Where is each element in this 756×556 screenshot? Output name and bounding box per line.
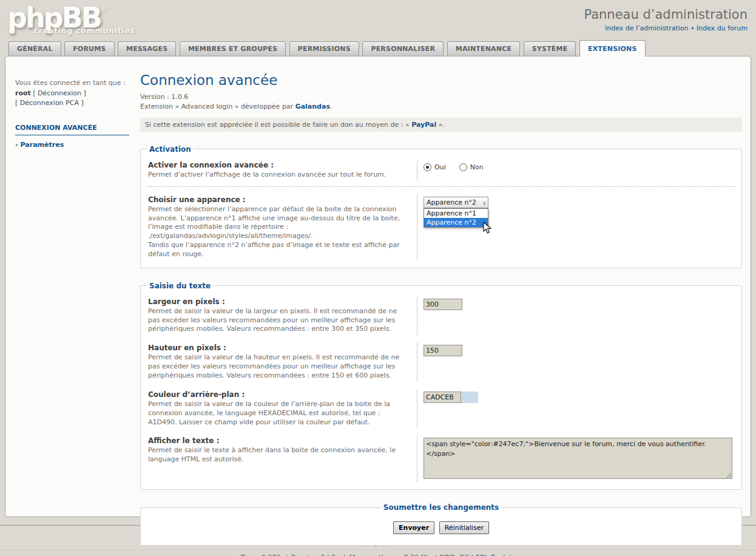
appearance-select-wrap: Apparence n°2 ∨ Apparence n°1 Apparence …: [424, 197, 488, 208]
tab-bar: GÉNÉRAL FORUMS MESSAGES MEMBRES ET GROUP…: [8, 40, 647, 56]
display-text-textarea[interactable]: <span style="color:#247ec7;">Bienvenue s…: [424, 438, 732, 479]
extension-suffix: .: [330, 103, 332, 110]
bgcolor-input[interactable]: [424, 392, 461, 403]
bgcolor-label-block: Couleur d’arrière-plan : Permet de saisi…: [147, 389, 417, 429]
tab-general[interactable]: GÉNÉRAL: [8, 41, 61, 56]
display-text-label-block: Afficher le texte : Permet de saisir le …: [147, 435, 417, 482]
height-controls: [417, 342, 735, 382]
activation-legend: Activation: [147, 145, 194, 154]
link-admin-index[interactable]: Index de l’administration: [605, 24, 688, 32]
bgcolor-controls: [417, 389, 735, 429]
sql-explain-link[interactable]: SQL Explain: [476, 554, 516, 556]
height-desc: Permet de saisir la valeur de la hauteur…: [148, 353, 411, 381]
tab-personnaliser[interactable]: PERSONNALISER: [362, 41, 444, 56]
submit-legend: Soumettre les changements: [381, 503, 501, 512]
version-line: Version : 1.0.6: [140, 92, 742, 102]
appearance-dropdown-list: Apparence n°1 Apparence n°2: [424, 208, 488, 228]
enable-radio-group: Oui Non: [424, 162, 735, 171]
radio-checked-icon[interactable]: [424, 163, 431, 171]
tab-membres-et-groupes[interactable]: MEMBRES ET GROUPES: [180, 41, 286, 56]
tab-extensions[interactable]: EXTENSIONS: [579, 40, 646, 56]
submit-fieldset: Soumettre les changements Envoyer Réinit…: [140, 503, 742, 546]
radio-option-oui[interactable]: Oui: [424, 163, 446, 171]
link-forum-index[interactable]: Index du forum: [697, 24, 748, 32]
donation-prefix: Si cette extension est appréciée il est …: [145, 121, 411, 129]
user-line-2: root [ Déconnexion ]: [15, 89, 129, 99]
content-panel: Vous êtes connecté en tant que : root [ …: [5, 56, 751, 517]
mouse-cursor-icon: [483, 222, 492, 234]
height-label-block: Hauteur en pixels : Permet de saisir la …: [147, 342, 417, 382]
username: root: [15, 89, 31, 97]
radio-unchecked-icon[interactable]: [459, 163, 467, 171]
appearance-select-value: Apparence n°2: [427, 198, 476, 206]
appearance-desc: Permet de sélectionner l’apparence par d…: [148, 205, 411, 259]
phpbb-logo: phpBB® creating communities: [7, 1, 135, 35]
enable-label-block: Activer la connexion avancée : Permet d’…: [147, 160, 417, 181]
radio-oui-label: Oui: [434, 163, 446, 171]
activation-fieldset: Activation Activer la connexion avancée …: [140, 145, 742, 268]
dropdown-option-apparence-1[interactable]: Apparence n°1: [424, 209, 488, 218]
submit-button[interactable]: Envoyer: [393, 521, 434, 534]
logout-pca-link[interactable]: [ Déconnexion PCA ]: [15, 99, 84, 107]
radio-option-non[interactable]: Non: [459, 163, 484, 171]
page-heading: Connexion avancée: [140, 72, 742, 88]
main-content: Connexion avancée Version : 1.0.6 Extens…: [134, 56, 751, 517]
arrow-icon: ›: [15, 141, 18, 149]
height-input[interactable]: [424, 345, 462, 356]
bgcolor-row: Couleur d’arrière-plan : Permet de saisi…: [147, 389, 735, 429]
dropdown-option-apparence-2[interactable]: Apparence n°2: [424, 218, 488, 227]
width-controls: [417, 296, 735, 336]
links-separator: •: [688, 24, 696, 32]
sidebar-item-parametres[interactable]: ›Paramètres: [15, 140, 129, 151]
display-text-controls: <span style="color:#247ec7;">Bienvenue s…: [417, 435, 735, 482]
width-row: Largeur en pixels : Permet de saisir la …: [147, 296, 735, 336]
width-label-block: Largeur en pixels : Permet de saisir la …: [147, 296, 417, 336]
bgcolor-label: Couleur d’arrière-plan :: [148, 390, 411, 399]
text-input-fieldset: Saisie du texte Largeur en pixels : Perm…: [140, 282, 742, 490]
donation-line: Si cette extension est appréciée il est …: [140, 118, 742, 132]
display-text-row: Afficher le texte : Permet de saisir le …: [147, 435, 735, 482]
appearance-label-block: Choisir une apparence : Permet de sélect…: [147, 194, 417, 260]
logged-in-text: Vous êtes connecté en tant que :: [15, 78, 129, 89]
phpbb-admin-page: phpBB® creating communities Panneau d’ad…: [0, 0, 756, 556]
appearance-label: Choisir une apparence :: [148, 195, 411, 204]
appearance-row: Choisir une apparence : Permet de sélect…: [147, 194, 735, 260]
header: phpBB® creating communities Panneau d’ad…: [0, 0, 756, 56]
width-input[interactable]: [424, 299, 462, 310]
tab-messages[interactable]: MESSAGES: [118, 41, 176, 56]
footer-stats-text: Time: 0.273s | Queries: 3 | Peak Memory …: [241, 554, 476, 556]
display-text-label: Afficher le texte :: [148, 436, 411, 445]
phpbb-logo-tagline: creating communities: [34, 27, 135, 35]
reset-button[interactable]: Réinitialiser: [439, 521, 489, 534]
display-text-desc: Permet de saisir le texte à afficher dan…: [148, 446, 411, 464]
donation-suffix: ».: [436, 121, 445, 129]
paypal-link[interactable]: PayPal: [411, 121, 436, 129]
author-link[interactable]: Galandas: [295, 103, 330, 110]
text-input-legend: Saisie du texte: [147, 282, 213, 290]
enable-controls: Oui Non: [417, 160, 735, 181]
bgcolor-desc: Permet de saisir la valeur de la couleur…: [148, 400, 411, 427]
registered-mark-icon: ®: [101, 4, 109, 13]
height-label: Hauteur en pixels :: [148, 344, 411, 352]
panel-title: Panneau d’administration: [584, 7, 748, 22]
tab-maintenance[interactable]: MAINTENANCE: [447, 41, 521, 56]
enable-label: Activer la connexion avancée :: [148, 161, 411, 169]
chevron-down-icon: ∨: [482, 198, 487, 208]
height-row: Hauteur en pixels : Permet de saisir la …: [147, 342, 735, 382]
user-line-3: [ Déconnexion PCA ]: [15, 98, 129, 109]
sidebar-item-label: Paramètres: [21, 141, 64, 149]
sidebar-menu-header: CONNEXION AVANCÉE: [15, 123, 129, 136]
tab-permissions[interactable]: PERMISSIONS: [289, 41, 359, 56]
footer-stats-line: Time: 0.273s | Queries: 3 | Peak Memory …: [0, 550, 756, 556]
enable-row: Activer la connexion avancée : Permet d’…: [147, 160, 735, 187]
header-links: Index de l’administration • Index du for…: [584, 24, 748, 32]
tab-systeme[interactable]: SYSTÈME: [524, 41, 576, 56]
width-label: Largeur en pixels :: [148, 297, 411, 306]
enable-desc: Permet d’activer l’affichage de la conne…: [148, 171, 411, 180]
appearance-controls: Apparence n°2 ∨ Apparence n°1 Apparence …: [417, 194, 735, 260]
logout-link[interactable]: [ Déconnexion ]: [33, 89, 86, 97]
appearance-select[interactable]: Apparence n°2 ∨: [424, 197, 488, 208]
bgcolor-combo: [424, 392, 735, 403]
tab-forums[interactable]: FORUMS: [64, 41, 114, 56]
header-right: Panneau d’administration Index de l’admi…: [584, 7, 748, 32]
